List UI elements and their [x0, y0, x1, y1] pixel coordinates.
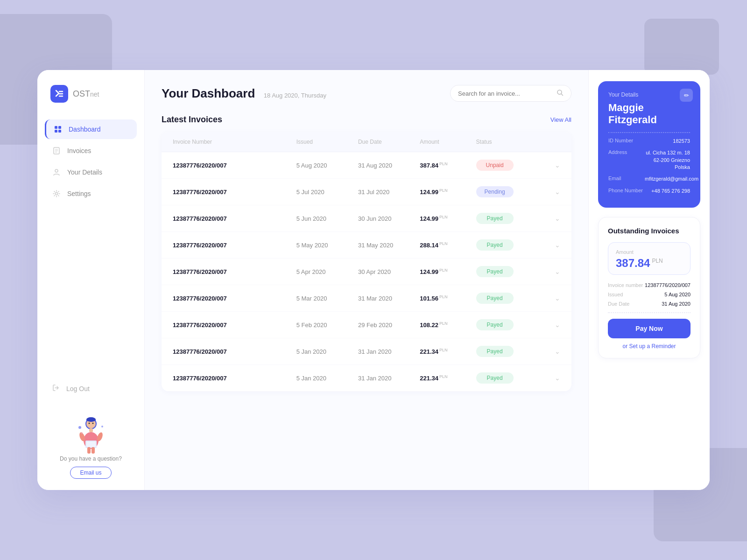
invoice-number-cell: 12387776/2020/007 — [173, 242, 296, 249]
col-amount: Amount — [420, 139, 476, 145]
sidebar-item-label: Invoices — [67, 147, 91, 154]
row-expand-button[interactable]: ⌄ — [543, 215, 560, 222]
issued-cell: 5 Feb 2020 — [296, 322, 358, 329]
status-cell: Payed — [476, 266, 543, 277]
helper-text: Do you have a question? — [47, 455, 135, 462]
email-us-button[interactable]: Email us — [70, 467, 111, 479]
invoice-number-label: Invoice number — [608, 282, 643, 288]
sidebar-item-dashboard[interactable]: Dashboard — [45, 119, 137, 139]
sidebar-item-label: Settings — [67, 190, 91, 197]
logo-name: OST — [73, 89, 90, 98]
sidebar-item-invoices[interactable]: Invoices — [45, 141, 137, 161]
table-row: 12387776/2020/007 5 Jul 2020 31 Jul 2020… — [162, 179, 571, 205]
outstanding-issued-row: Issued 5 Aug 2020 — [608, 292, 691, 297]
right-panel: Your Details Maggie Fitzgerald ✏ ID Numb… — [588, 70, 710, 490]
due-date-cell: 31 Jan 2020 — [358, 348, 420, 355]
edit-icon: ✏ — [684, 92, 689, 99]
status-badge: Payed — [476, 346, 514, 357]
invoice-number-cell: 12387776/2020/007 — [173, 375, 296, 382]
grid-icon — [54, 125, 62, 133]
outstanding-due-label: Due Date — [608, 301, 629, 307]
latest-invoices-title: Latest Invoices — [162, 115, 222, 125]
amount-cell: 124.99PLN — [420, 188, 476, 196]
svg-point-9 — [56, 193, 58, 195]
view-all-link[interactable]: View All — [550, 116, 571, 123]
svg-rect-0 — [55, 126, 57, 129]
svg-point-25 — [101, 426, 103, 427]
logout-item[interactable]: Log Out — [45, 378, 137, 399]
issued-cell: 5 Aug 2020 — [296, 162, 358, 169]
invoice-number-cell: 12387776/2020/007 — [173, 189, 296, 196]
due-date-cell: 31 May 2020 — [358, 242, 420, 249]
svg-rect-21 — [86, 441, 96, 447]
row-expand-button[interactable]: ⌄ — [543, 321, 560, 329]
row-expand-button[interactable]: ⌄ — [543, 348, 560, 355]
row-expand-button[interactable]: ⌄ — [543, 374, 560, 382]
due-date-cell: 31 Mar 2020 — [358, 295, 420, 302]
amount-cell: 387.84PLN — [420, 161, 476, 169]
amount-cell: 221.34PLN — [420, 348, 476, 355]
phone-row: Phone Number +48 765 276 298 — [608, 188, 690, 195]
user-name: Maggie Fitzgerald — [608, 102, 690, 126]
amount-cell: 108.22PLN — [420, 321, 476, 329]
sidebar-item-label: Dashboard — [69, 126, 101, 133]
gear-icon — [52, 189, 61, 198]
status-cell: Payed — [476, 239, 543, 251]
invoice-table: Invoice Number Issued Due Date Amount St… — [162, 132, 571, 392]
row-expand-button[interactable]: ⌄ — [543, 241, 560, 249]
section-header: Latest Invoices View All — [162, 115, 571, 125]
invoice-number-row: Invoice number 12387776/2020/007 — [608, 282, 691, 288]
amount-cell: 124.99PLN — [420, 268, 476, 275]
due-date-cell: 31 Jan 2020 — [358, 375, 420, 382]
status-cell: Payed — [476, 319, 543, 330]
svg-point-8 — [55, 169, 58, 172]
divider — [608, 132, 690, 133]
logout-icon — [52, 384, 60, 393]
col-due-date: Due Date — [358, 139, 420, 145]
svg-point-19 — [86, 417, 96, 422]
row-expand-button[interactable]: ⌄ — [543, 294, 560, 302]
sidebar-item-settings[interactable]: Settings — [45, 184, 137, 203]
amount-currency: PLN — [652, 258, 662, 264]
svg-point-18 — [92, 423, 93, 424]
outstanding-due-row: Due Date 31 Aug 2020 — [608, 301, 691, 307]
edit-button[interactable]: ✏ — [680, 89, 693, 102]
logo-suffix: net — [90, 91, 99, 98]
main-card: OSTnet Dashboard — [37, 70, 710, 490]
search-icon[interactable] — [557, 89, 564, 98]
outstanding-issued-label: Issued — [608, 292, 623, 297]
address-row: Address ul. Cicha 132 m. 18 62-200 Gniez… — [608, 149, 690, 171]
person-icon — [52, 168, 61, 176]
status-badge: Payed — [476, 266, 514, 277]
invoice-number-cell: 12387776/2020/007 — [173, 215, 296, 222]
search-input[interactable] — [458, 90, 553, 97]
amount-value: 387.84PLN — [616, 257, 683, 270]
row-expand-button[interactable]: ⌄ — [543, 188, 560, 196]
set-reminder-link[interactable]: or Set up a Reminder — [608, 343, 691, 350]
due-date-cell: 30 Apr 2020 — [358, 268, 420, 275]
due-date-cell: 31 Aug 2020 — [358, 162, 420, 169]
sidebar: OSTnet Dashboard — [37, 70, 145, 490]
pay-now-button[interactable]: Pay Now — [608, 319, 691, 338]
logo-icon — [50, 85, 68, 103]
table-row: 12387776/2020/007 5 Jan 2020 31 Jan 2020… — [162, 338, 571, 365]
main-content: Your Dashboard 18 Aug 2020, Thursday Lat… — [145, 70, 588, 490]
table-row: 12387776/2020/007 5 Apr 2020 30 Apr 2020… — [162, 259, 571, 285]
search-bar[interactable] — [450, 85, 571, 102]
status-cell: Payed — [476, 213, 543, 224]
invoice-number-cell: 12387776/2020/007 — [173, 162, 296, 169]
page-title: Your Dashboard — [162, 86, 255, 100]
outstanding-invoices-card: Outstanding Invoices Amount 387.84PLN In… — [598, 217, 700, 358]
phone-value: +48 765 276 298 — [651, 188, 690, 195]
logo-text: OSTnet — [73, 89, 99, 99]
logo-area: OSTnet — [37, 85, 144, 119]
row-expand-button[interactable]: ⌄ — [543, 161, 560, 169]
due-date-cell: 29 Feb 2020 — [358, 322, 420, 329]
invoice-number-cell: 12387776/2020/007 — [173, 348, 296, 355]
issued-cell: 5 Jun 2020 — [296, 215, 358, 222]
sidebar-item-your-details[interactable]: Your Details — [45, 162, 137, 182]
row-expand-button[interactable]: ⌄ — [543, 268, 560, 275]
table-row: 12387776/2020/007 5 Aug 2020 31 Aug 2020… — [162, 152, 571, 179]
status-cell: Unpaid — [476, 160, 543, 171]
issued-cell: 5 Jul 2020 — [296, 189, 358, 196]
